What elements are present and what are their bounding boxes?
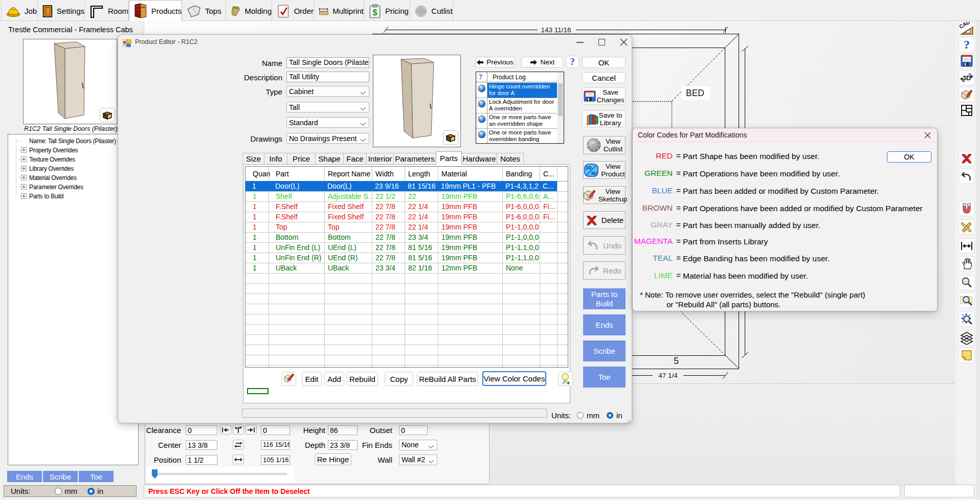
svg-text:BED: BED xyxy=(686,88,704,98)
svg-text:3D: 3D xyxy=(591,171,597,176)
svg-text:5: 5 xyxy=(674,356,679,366)
svg-text:47 1/4: 47 1/4 xyxy=(658,372,678,379)
svg-text:143 11/16: 143 11/16 xyxy=(541,26,571,34)
svg-text:3D: 3D xyxy=(963,74,971,82)
svg-text:$: $ xyxy=(373,8,377,17)
svg-text:CAD: CAD xyxy=(959,22,971,30)
svg-text:?: ? xyxy=(964,38,970,51)
svg-text:2D: 2D xyxy=(586,165,592,170)
